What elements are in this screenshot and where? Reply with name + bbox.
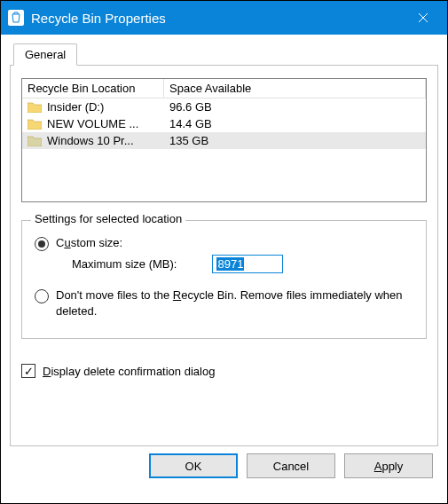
- check-confirm-delete-label: Display delete confirmation dialog: [43, 365, 215, 378]
- ok-button[interactable]: OK: [149, 453, 238, 478]
- close-button[interactable]: [403, 1, 444, 35]
- folder-icon: [28, 118, 42, 130]
- list-cell-location: NEW VOLUME ...: [47, 117, 138, 130]
- col-header-location[interactable]: Recycle Bin Location: [22, 79, 164, 98]
- radio-custom-size-label: Custom size:: [56, 235, 122, 251]
- radio-custom-size[interactable]: Custom size:: [35, 235, 413, 251]
- list-row[interactable]: Windows 10 Pr...135 GB: [22, 132, 426, 149]
- drive-list[interactable]: Recycle Bin Location Space Available Ins…: [21, 78, 427, 202]
- window-title: Recycle Bin Properties: [31, 11, 403, 26]
- radio-dont-move-label: Don't move files to the Recycle Bin. Rem…: [56, 287, 413, 319]
- list-cell-space: 96.6 GB: [164, 98, 426, 115]
- recycle-bin-icon: [8, 10, 24, 26]
- list-header: Recycle Bin Location Space Available: [22, 79, 426, 98]
- list-cell-space: 14.4 GB: [164, 115, 426, 132]
- close-icon: [418, 12, 428, 23]
- max-size-label: Maximum size (MB):: [72, 257, 177, 271]
- list-cell-location: Windows 10 Pr...: [47, 134, 134, 147]
- folder-icon: [28, 101, 42, 113]
- checkbox-icon: ✓: [21, 364, 35, 378]
- tabstrip: General: [13, 43, 438, 65]
- list-row[interactable]: Insider (D:)96.6 GB: [22, 98, 426, 115]
- button-row: OK Cancel Apply: [10, 453, 438, 478]
- folder-icon: [28, 135, 42, 146]
- list-cell-space: 135 GB: [164, 132, 426, 149]
- list-cell-location: Insider (D:): [47, 100, 104, 114]
- settings-group: Settings for selected location Custom si…: [21, 220, 427, 339]
- titlebar[interactable]: Recycle Bin Properties: [1, 1, 447, 35]
- radio-icon: [35, 237, 49, 251]
- radio-icon: [35, 289, 49, 303]
- apply-button[interactable]: Apply: [344, 453, 433, 478]
- client-area: General Recycle Bin Location Space Avail…: [1, 35, 447, 491]
- settings-group-label: Settings for selected location: [31, 212, 185, 225]
- col-header-space[interactable]: Space Available: [164, 79, 426, 98]
- tab-pane: Recycle Bin Location Space Available Ins…: [10, 65, 438, 446]
- max-size-input[interactable]: 8971: [212, 255, 283, 273]
- list-row[interactable]: NEW VOLUME ...14.4 GB: [22, 115, 426, 132]
- radio-dont-move[interactable]: Don't move files to the Recycle Bin. Rem…: [35, 287, 413, 319]
- tab-general[interactable]: General: [13, 43, 77, 66]
- check-confirm-delete[interactable]: ✓ Display delete confirmation dialog: [21, 364, 427, 378]
- cancel-button[interactable]: Cancel: [247, 453, 335, 478]
